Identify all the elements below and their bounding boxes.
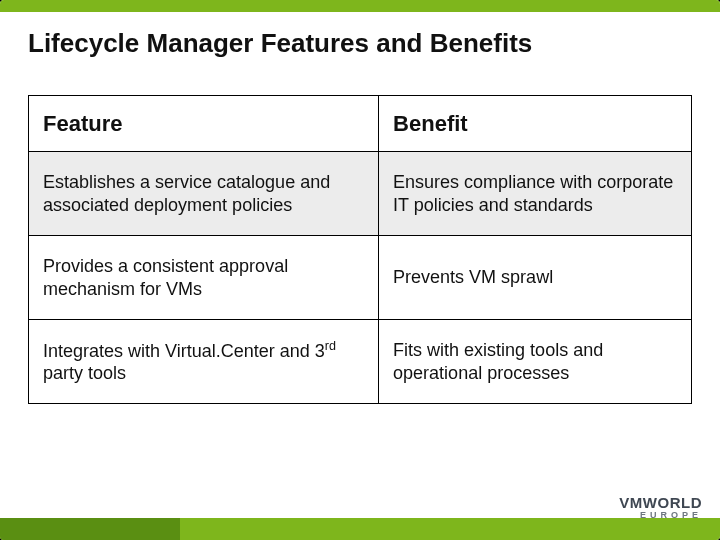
accent-bar-top: [0, 0, 720, 12]
accent-bar-bottom-dark: [0, 518, 180, 540]
table-row: Provides a consistent approval mechanism…: [29, 236, 692, 320]
slide-footer: VMWORLD EUROPE 2008: [0, 492, 720, 540]
slide-title: Lifecycle Manager Features and Benefits: [28, 28, 692, 59]
cell-benefit: Fits with existing tools and operational…: [379, 320, 692, 404]
cell-feature: Establishes a service catalogue and asso…: [29, 152, 379, 236]
brand-line1: VMWORLD: [619, 495, 702, 510]
col-header-benefit: Benefit: [379, 96, 692, 152]
cell-feature: Provides a consistent approval mechanism…: [29, 236, 379, 320]
table-row: Integrates with Virtual.Center and 3rd p…: [29, 320, 692, 404]
table-header-row: Feature Benefit: [29, 96, 692, 152]
cell-benefit: Prevents VM sprawl: [379, 236, 692, 320]
cell-feature: Integrates with Virtual.Center and 3rd p…: [29, 320, 379, 404]
cell-benefit: Ensures compliance with corporate IT pol…: [379, 152, 692, 236]
table-row: Establishes a service catalogue and asso…: [29, 152, 692, 236]
slide: Lifecycle Manager Features and Benefits …: [0, 0, 720, 540]
col-header-feature: Feature: [29, 96, 379, 152]
slide-content: Lifecycle Manager Features and Benefits …: [28, 28, 692, 404]
features-benefits-table: Feature Benefit Establishes a service ca…: [28, 95, 692, 404]
